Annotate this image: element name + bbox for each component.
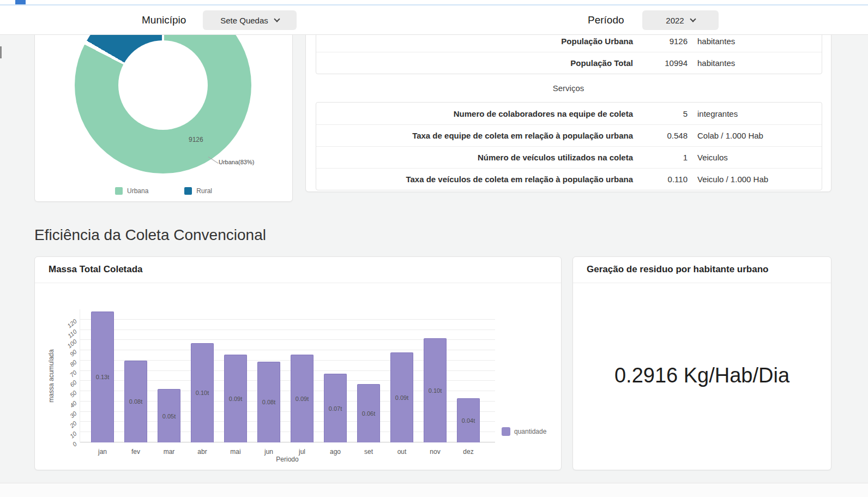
gridline: [80, 330, 495, 330]
bar-jan[interactable]: 0.13t: [91, 312, 114, 442]
generation-card: Geração de residuo por habitante urbano …: [572, 256, 831, 470]
x-tick-label: jan: [98, 448, 107, 456]
bar-ago[interactable]: 0.07t: [324, 374, 347, 442]
bar-value-label: 0.08t: [129, 398, 142, 405]
table-row: Número de veículos utilizados na coleta1…: [316, 146, 822, 168]
bar-value-label: 0.13t: [96, 374, 109, 380]
x-axis-title: Periodo: [80, 456, 495, 463]
card-divider: [35, 283, 561, 283]
legend-swatch: [502, 427, 510, 436]
table-row: População Total10994habitantes: [316, 52, 822, 74]
bar-value-label: 0.09t: [229, 396, 242, 402]
donut-callout-label: Urbana(83%): [219, 159, 254, 165]
municipio-dropdown-value: Sete Quedas: [220, 16, 268, 25]
services-table: Numero de colaboradores na equipe de col…: [316, 102, 822, 190]
bar-mai[interactable]: 0.09t: [224, 355, 247, 442]
row-unit: habitantes: [688, 37, 813, 46]
row-value: 5: [645, 109, 688, 118]
bar-value-label: 0.08t: [262, 399, 275, 405]
legend-item-rural[interactable]: Rural: [184, 187, 212, 195]
x-tick-label: nov: [430, 448, 440, 456]
bar-value-label: 0.09t: [395, 394, 408, 401]
x-tick-label: ago: [330, 448, 341, 456]
bottom-strip: [0, 483, 868, 497]
bar-value-label: 0.10t: [429, 387, 442, 394]
efficiency-section-title: Eficiência da Coleta Convencional: [34, 226, 266, 244]
bar-plot: 01020304050607080901001101200.13tjan0.08…: [80, 309, 495, 442]
bar-abr[interactable]: 0.10t: [191, 343, 214, 442]
legend-swatch: [115, 187, 123, 195]
row-value: 0.110: [645, 175, 688, 184]
bar-value-label: 0.04t: [462, 417, 475, 424]
legend-label: Rural: [196, 187, 212, 195]
municipio-dropdown[interactable]: Sete Quedas: [203, 10, 297, 30]
x-tick-label: fev: [131, 448, 140, 456]
row-label: Taxa de veículos de coleta em relação à …: [325, 175, 645, 184]
chevron-down-icon: [274, 16, 280, 22]
bar-value-label: 0.06t: [362, 410, 375, 417]
donut-legend: UrbanaRural: [35, 187, 292, 195]
bar-value-label: 0.10t: [196, 390, 209, 396]
row-label: Numero de colaboradores na equipe de col…: [325, 109, 645, 118]
legend-label: Urbana: [127, 187, 148, 195]
bar-set[interactable]: 0.06t: [357, 384, 380, 442]
table-row: Taxa de equipe de coleta em relação à po…: [316, 124, 822, 146]
row-label: Número de veículos utilizados na coleta: [325, 153, 645, 162]
population-table: População Urbana9126habitantesPopulação …: [316, 29, 822, 74]
bar-jun[interactable]: 0.08t: [257, 362, 280, 442]
bar-mar[interactable]: 0.05t: [158, 389, 180, 442]
row-unit: integrantes: [688, 109, 813, 118]
top-accent-line: [0, 4, 868, 5]
row-unit: Veiculos: [688, 153, 813, 162]
periodo-label: Período: [588, 14, 624, 26]
row-label: População Urbana: [325, 37, 645, 46]
y-axis-title: massa acumulada: [47, 349, 55, 402]
services-section-title: Serviços: [306, 83, 831, 93]
bar-value-label: 0.09t: [296, 396, 309, 402]
bar-value-label: 0.07t: [329, 405, 342, 412]
donut-slice-value: 9126: [189, 136, 203, 143]
legend-swatch: [184, 187, 192, 195]
row-value: 9126: [645, 37, 688, 46]
mass-collected-card: Massa Total Coletada massa acumulada 010…: [34, 256, 562, 470]
bar-value-label: 0.05t: [162, 413, 176, 420]
dashboard-page: 9126 Urbana(83%) UrbanaRural População U…: [0, 0, 868, 497]
bar-fev[interactable]: 0.08t: [124, 361, 147, 442]
row-unit: Colab / 1.000 Hab: [688, 131, 813, 140]
x-tick-label: out: [397, 448, 407, 456]
browser-tab-fragment: [15, 0, 26, 4]
bar-nov[interactable]: 0.10t: [424, 338, 447, 442]
population-donut-card: 9126 Urbana(83%) UrbanaRural: [34, 11, 293, 202]
x-tick-label: abr: [197, 448, 207, 456]
periodo-dropdown-value: 2022: [666, 16, 684, 25]
x-tick-label: dez: [463, 448, 473, 456]
row-unit: Veiculo / 1.000 Hab: [688, 175, 813, 184]
population-donut-chart[interactable]: 9126: [75, 11, 251, 173]
row-value: 10994: [645, 58, 688, 68]
bar-out[interactable]: 0.09t: [390, 352, 413, 442]
row-value: 0.548: [645, 131, 688, 140]
periodo-dropdown[interactable]: 2022: [642, 10, 719, 30]
x-tick-label: set: [364, 448, 373, 456]
scroll-indicator[interactable]: [0, 46, 2, 58]
chevron-down-icon: [690, 16, 696, 22]
row-label: Taxa de equipe de coleta em relação à po…: [325, 131, 645, 140]
table-row: Taxa de veículos de coleta em relação à …: [316, 168, 822, 190]
x-tick-label: mar: [164, 448, 175, 456]
row-value: 1: [645, 153, 688, 162]
bar-legend[interactable]: quantidade: [502, 427, 546, 436]
mass-card-title: Massa Total Coletada: [49, 264, 143, 275]
row-label: População Total: [325, 58, 645, 68]
legend-label: quantidade: [514, 428, 546, 435]
row-unit: habitantes: [688, 58, 813, 68]
bar-dez[interactable]: 0.04t: [457, 398, 480, 442]
gridline: [80, 319, 495, 320]
table-row: Numero de colaboradores na equipe de col…: [316, 103, 822, 124]
card-divider: [573, 283, 831, 283]
bar-jul[interactable]: 0.09t: [291, 355, 314, 442]
x-tick-label: jun: [264, 448, 273, 456]
filters-header: Município Sete Quedas Período 2022: [0, 5, 868, 35]
legend-item-urbana[interactable]: Urbana: [115, 187, 148, 195]
municipality-info-card: População Urbana9126habitantesPopulação …: [305, 11, 831, 192]
generation-card-title: Geração de residuo por habitante urbano: [587, 264, 768, 275]
